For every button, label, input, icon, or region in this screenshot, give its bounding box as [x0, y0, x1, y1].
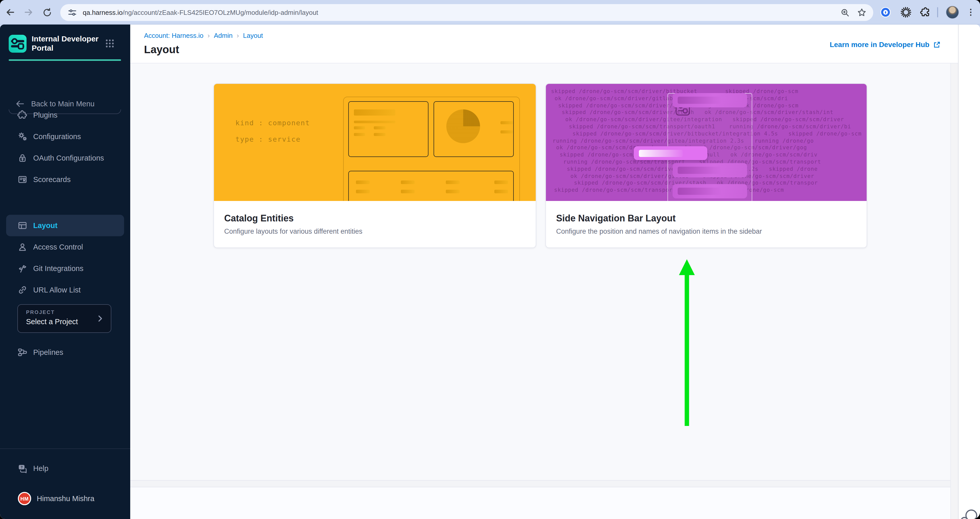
breadcrumb: Account: Harness.io › Admin › Layout: [144, 32, 263, 39]
mock-pie-chart: [446, 109, 480, 143]
footer-area: [130, 487, 950, 519]
app-page: Internal Developer Portal Back to Main M…: [0, 24, 980, 519]
browser-toolbar: qa.harness.io/ng/account/zEaak-FLS425IEO…: [0, 0, 980, 24]
extensions-puzzle-icon[interactable]: [920, 6, 931, 18]
scorecard-icon: [18, 174, 27, 185]
sidebar-item-help[interactable]: ? Help: [6, 458, 124, 479]
learn-more-label: Learn more in Developer Hub: [830, 40, 929, 49]
card-title: Catalog Entities: [224, 213, 294, 224]
browser-menu-icon[interactable]: ⋮: [967, 6, 974, 18]
sidebar-user[interactable]: HM Himanshu Mishra: [6, 488, 124, 509]
sidebar-item-label: Git Integrations: [33, 264, 83, 273]
card-catalog-entities[interactable]: kind : component type : service: [213, 83, 536, 248]
sidebar-item-label: Plugins: [33, 111, 57, 119]
project-value: Select a Project: [26, 318, 78, 326]
zoom-page-icon[interactable]: [840, 7, 850, 17]
sidebar-item-pipelines[interactable]: Pipelines: [6, 342, 124, 363]
page-title: Layout: [144, 43, 179, 56]
card-title: Side Navigation Bar Layout: [556, 213, 676, 224]
sidebar-item-configurations[interactable]: Configurations: [6, 126, 124, 147]
browser-forward-button[interactable]: [22, 6, 35, 18]
catalog-entities-illustration: kind : component type : service: [214, 84, 536, 201]
sidebar-item-label: Help: [33, 464, 49, 473]
mock-panel-table: [348, 171, 514, 201]
git-signpost-icon: [18, 263, 27, 273]
external-link-icon: [933, 41, 941, 48]
sidebar-item-plugins[interactable]: Plugins: [6, 104, 124, 126]
right-rail: [958, 24, 980, 519]
layout-icon: [18, 220, 27, 231]
mock-nav-pill-dragged: [634, 146, 707, 160]
sidebar-item-url-allow-list[interactable]: URL Allow List: [6, 279, 124, 301]
person-icon: [18, 242, 27, 252]
site-settings-icon[interactable]: [67, 7, 78, 18]
main-content: Account: Harness.io › Admin › Layout Lay…: [130, 24, 958, 519]
card-description: Configure the position and names of navi…: [556, 228, 762, 235]
url-text: qa.harness.io/ng/account/zEaak-FLS425IEO…: [83, 4, 318, 21]
breadcrumb-layout-link[interactable]: Layout: [243, 32, 263, 39]
project-selector[interactable]: PROJECT Select a Project: [18, 304, 111, 333]
illustration-code-line: kind : component: [235, 119, 310, 127]
mock-panel-about: [348, 101, 428, 157]
annotation-arrow-up: [671, 258, 702, 427]
breadcrumb-separator: ›: [237, 32, 239, 39]
browser-window: qa.harness.io/ng/account/zEaak-FLS425IEO…: [0, 0, 980, 519]
sidebar-item-layout[interactable]: Layout: [6, 215, 124, 236]
sidebar-item-git-integrations[interactable]: Git Integrations: [6, 258, 124, 279]
project-label: PROJECT: [26, 309, 55, 315]
sidebar-item-oauth-configurations[interactable]: OAuth Configurations: [6, 147, 124, 169]
url-domain: qa.harness.io: [83, 8, 123, 16]
sidebar-item-label: OAuth Configurations: [33, 154, 104, 162]
chat-bubbles-icon[interactable]: [959, 507, 980, 519]
card-side-navigation-bar-layout[interactable]: skipped /drone/go-scm/scm/driver/bitbuck…: [546, 83, 867, 248]
lock-icon: [18, 153, 27, 163]
card-description: Configure layouts for various different …: [224, 228, 362, 235]
illustration-code-line: type : service: [235, 135, 301, 143]
mock-nav-pill: [673, 93, 747, 107]
sidebar-bottom-divider: [0, 449, 130, 449]
sidebar-accent-divider: [9, 59, 121, 61]
learn-more-link[interactable]: Learn more in Developer Hub: [830, 40, 941, 49]
screen: qa.harness.io/ng/account/zEaak-FLS425IEO…: [0, 0, 980, 519]
user-avatar: HM: [18, 492, 31, 505]
address-bar[interactable]: qa.harness.io/ng/account/zEaak-FLS425IEO…: [60, 4, 873, 21]
sidebar-item-access-control[interactable]: Access Control: [6, 236, 124, 258]
browser-reload-button[interactable]: [41, 6, 53, 18]
pipelines-icon: [18, 347, 27, 358]
sidebar: Internal Developer Portal Back to Main M…: [0, 24, 130, 519]
sidebar-item-label: Pipelines: [33, 348, 63, 356]
mock-nav-pill: [673, 184, 747, 198]
breadcrumb-admin-link[interactable]: Admin: [214, 32, 232, 39]
sunburst-extension-icon[interactable]: [900, 6, 911, 18]
breadcrumb-account-link[interactable]: Account: Harness.io: [144, 32, 204, 39]
breadcrumb-separator: ›: [208, 32, 210, 39]
idp-logo[interactable]: [9, 35, 27, 53]
link-icon: [18, 285, 27, 295]
password-manager-extension-icon[interactable]: [880, 6, 891, 18]
url-path: /ng/account/zEaak-FLS425IEO7OLzMUg/modul…: [123, 8, 318, 16]
module-switcher-icon[interactable]: [105, 38, 115, 49]
sidebar-item-label: Configurations: [33, 133, 81, 141]
side-nav-illustration: skipped /drone/go-scm/scm/driver/bitbuck…: [546, 84, 867, 201]
chevron-right-icon: [95, 314, 105, 323]
plugin-icon: [18, 110, 27, 120]
scrollbar-gutter[interactable]: [950, 64, 958, 519]
page-header: Account: Harness.io › Admin › Layout Lay…: [130, 24, 958, 64]
sidebar-item-label: Layout: [33, 221, 57, 230]
bookmark-star-icon[interactable]: [857, 7, 867, 17]
sidebar-item-scorecards[interactable]: Scorecards: [6, 169, 124, 190]
mock-panel-chart: [434, 101, 514, 157]
sidebar-item-label: URL Allow List: [33, 286, 81, 294]
sidebar-item-label: Scorecards: [33, 176, 71, 184]
browser-profile-avatar[interactable]: [946, 6, 959, 19]
product-title: Internal Developer Portal: [32, 34, 102, 53]
gears-icon: [18, 131, 27, 142]
content-bottom-strip: [130, 480, 950, 487]
svg-text:?: ?: [21, 465, 23, 469]
browser-back-button[interactable]: [4, 6, 16, 18]
user-name: Himanshu Mishra: [37, 495, 94, 503]
toolbar-divider: [937, 7, 938, 18]
mock-nav-pill: [673, 163, 747, 177]
sidebar-item-label: Access Control: [33, 243, 83, 251]
help-chat-icon: ?: [18, 463, 27, 473]
